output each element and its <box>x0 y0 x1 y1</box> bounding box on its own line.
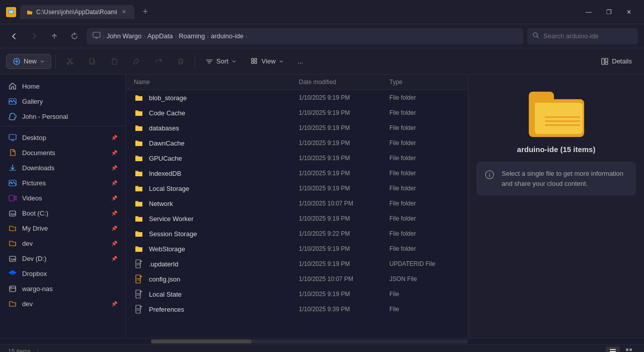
svg-rect-25 <box>10 256 16 261</box>
sidebar-item-wargo-nas[interactable]: wargo-nas <box>0 281 125 296</box>
copy-button[interactable] <box>82 54 102 68</box>
table-row[interactable]: Service Worker 1/10/2025 9:19 PM File fo… <box>126 211 468 226</box>
toolbar: New Sort View <box>0 48 644 75</box>
breadcrumb-computer[interactable] <box>93 31 101 41</box>
list-view-toggle[interactable] <box>606 346 620 353</box>
sidebar-item-downloads[interactable]: Downloads 📌 <box>0 160 125 175</box>
table-row[interactable]: Code Cache 1/10/2025 9:19 PM File folder <box>126 105 468 120</box>
up-button[interactable] <box>46 28 62 44</box>
table-row[interactable]: DawnCache 1/10/2025 9:19 PM File folder <box>126 135 468 151</box>
column-date[interactable]: Date modified <box>299 79 389 86</box>
table-row[interactable]: Network 1/10/2025 10:07 PM File folder <box>126 196 468 211</box>
sidebar-boot-c-label: Boot (C:) <box>22 209 106 217</box>
close-button[interactable]: ✕ <box>620 4 638 20</box>
videos-pin: 📌 <box>111 195 117 201</box>
file-icon <box>134 259 144 269</box>
my-drive-icon <box>8 224 17 233</box>
sidebar-item-dev-1[interactable]: dev 📌 <box>0 236 125 251</box>
file-name-cell: IndexedDB <box>134 168 299 178</box>
horizontal-scrollbar-thumb[interactable] <box>151 339 252 343</box>
table-row[interactable]: .updaterId 1/10/2025 9:19 PM UPDATERID F… <box>126 256 468 271</box>
file-type-cell: File <box>389 306 460 313</box>
sidebar-item-john-personal[interactable]: John - Personal <box>0 109 125 124</box>
share-button[interactable] <box>148 54 169 68</box>
breadcrumb-sep-4: › <box>207 33 209 39</box>
search-input[interactable] <box>543 32 633 40</box>
back-button[interactable] <box>6 28 22 44</box>
table-row[interactable]: Session Storage 1/10/2025 9:22 PM File f… <box>126 226 468 241</box>
more-button[interactable]: ... <box>292 54 309 68</box>
sidebar-item-my-drive[interactable]: My Drive 📌 <box>0 221 125 236</box>
sidebar-item-gallery[interactable]: Gallery <box>0 94 125 109</box>
sidebar-item-dev-d[interactable]: Dev (D:) 📌 <box>0 251 125 266</box>
dev-d-drive-icon <box>8 254 17 263</box>
breadcrumb-roaming[interactable]: Roaming <box>179 32 205 40</box>
file-date-cell: 1/10/2025 10:07 PM <box>299 275 389 283</box>
table-row[interactable]: databases 1/10/2025 9:19 PM File folder <box>126 120 468 135</box>
details-button[interactable]: Details <box>595 54 638 68</box>
sidebar-home-label: Home <box>22 83 117 90</box>
tab-close-button[interactable]: ✕ <box>120 8 128 16</box>
title-bar: C:\Users\john\AppData\Roami ✕ + — ❐ ✕ <box>0 0 644 24</box>
sort-button[interactable]: Sort <box>199 54 243 68</box>
sidebar-item-dev-2[interactable]: dev 📌 <box>0 296 125 311</box>
sidebar-item-home[interactable]: Home <box>0 79 125 94</box>
column-name[interactable]: Name <box>134 79 299 86</box>
view-button[interactable]: View <box>245 54 290 68</box>
table-row[interactable]: GPUCache 1/10/2025 9:19 PM File folder <box>126 151 468 166</box>
table-row[interactable]: IndexedDB 1/10/2025 9:19 PM File folder <box>126 166 468 181</box>
sidebar-dev-2-label: dev <box>22 300 106 308</box>
svg-rect-14 <box>602 58 604 64</box>
file-date-cell: 1/10/2025 9:22 PM <box>299 230 389 237</box>
refresh-button[interactable] <box>66 28 83 44</box>
sidebar-item-boot-c[interactable]: Boot (C:) 📌 <box>0 205 125 221</box>
file-date-cell: 1/10/2025 10:07 PM <box>299 200 389 207</box>
maximize-button[interactable]: ❐ <box>600 4 618 20</box>
dev-folder-icon-1 <box>8 239 17 248</box>
new-tab-button[interactable]: + <box>138 5 152 19</box>
breadcrumb-appdata[interactable]: AppData <box>147 32 173 40</box>
grid-view-toggle[interactable] <box>622 346 636 353</box>
search-bar[interactable] <box>527 28 638 44</box>
file-name-text: Local Storage <box>149 185 189 192</box>
sidebar-item-documents[interactable]: Documents 📌 <box>0 145 125 160</box>
nas-icon <box>8 284 17 293</box>
table-row[interactable]: Local Storage 1/10/2025 9:19 PM File fol… <box>126 181 468 196</box>
breadcrumb-sep-3: › <box>175 33 177 39</box>
paste-button[interactable] <box>104 54 124 68</box>
rename-button[interactable] <box>126 54 146 68</box>
file-name-cell: Preferences <box>134 304 299 314</box>
svg-rect-36 <box>610 351 616 352</box>
table-row[interactable]: blob_storage 1/10/2025 9:19 PM File fold… <box>126 90 468 105</box>
cut-button[interactable] <box>60 54 80 68</box>
svg-point-28 <box>11 287 12 288</box>
file-date-cell: 1/10/2025 9:19 PM <box>299 124 389 131</box>
horizontal-scrollbar-track[interactable] <box>151 339 468 343</box>
sidebar-item-desktop[interactable]: Desktop 📌 <box>0 130 125 145</box>
sidebar-item-pictures[interactable]: Pictures 📌 <box>0 175 125 190</box>
table-row[interactable]: WebStorage 1/10/2025 9:19 PM File folder <box>126 241 468 256</box>
breadcrumb-sep-5: › <box>246 33 248 39</box>
new-button[interactable]: New <box>6 54 51 69</box>
minimize-button[interactable]: — <box>580 4 598 20</box>
sidebar-documents-label: Documents <box>22 149 106 157</box>
svg-rect-19 <box>9 134 16 139</box>
forward-button[interactable] <box>26 28 42 44</box>
sidebar-item-dropbox[interactable]: Dropbox <box>0 266 125 281</box>
column-type[interactable]: Type <box>389 79 460 86</box>
breadcrumb-arduino-ide[interactable]: arduino-ide <box>211 32 244 40</box>
dropbox-icon <box>8 269 17 278</box>
folder-icon <box>134 168 144 178</box>
table-row[interactable]: Local State 1/10/2025 9:19 PM File <box>126 287 468 302</box>
svg-rect-9 <box>112 59 117 64</box>
sidebar-gallery-label: Gallery <box>22 98 117 105</box>
folder-lines <box>545 116 580 126</box>
folder-line-1 <box>545 116 580 118</box>
active-tab[interactable]: C:\Users\john\AppData\Roami ✕ <box>20 5 134 19</box>
breadcrumb-john-wargo[interactable]: John Wargo <box>107 32 142 40</box>
delete-button[interactable] <box>171 54 191 68</box>
table-row[interactable]: Preferences 1/10/2025 9:39 PM File <box>126 302 468 317</box>
file-date-cell: 1/10/2025 9:19 PM <box>299 139 389 147</box>
sidebar-item-videos[interactable]: Videos 📌 <box>0 190 125 205</box>
table-row[interactable]: config.json 1/10/2025 10:07 PM JSON File <box>126 271 468 287</box>
